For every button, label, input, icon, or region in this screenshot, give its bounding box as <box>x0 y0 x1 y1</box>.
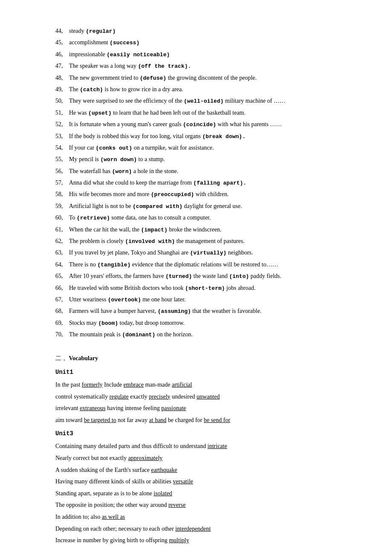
vocab-word: reverse <box>168 502 185 508</box>
vocab-word: intricate <box>208 443 227 449</box>
vocab-word: as well as <box>102 514 125 520</box>
item-number: 64, <box>55 259 69 270</box>
list-item: 69,Stocks may (boom) today, but droop to… <box>55 318 341 328</box>
numbered-list: 44,steady (regular)45,accomplishment (su… <box>55 26 341 340</box>
item-number: 44, <box>55 26 69 36</box>
vocab-word: interdependent <box>175 526 210 532</box>
vocab-line: The opposite in position; the other way … <box>55 500 341 511</box>
item-number: 53, <box>55 131 69 142</box>
item-number: 59, <box>55 201 69 211</box>
item-content: The (catch) is how to grow rice in a dry… <box>69 84 183 95</box>
item-number: 69, <box>55 318 69 328</box>
list-item: 52,It is fortunate when a young man's ca… <box>55 119 341 130</box>
item-number: 52, <box>55 119 69 130</box>
item-content: Anna did what she could to keep the marr… <box>69 177 246 188</box>
item-number: 45, <box>55 37 69 48</box>
vocab-line: A sudden shaking of the Earth's surface … <box>55 465 341 476</box>
item-content: The speaker was a long way (off the trac… <box>69 61 191 71</box>
list-item: 64,There is no (tangible) evidence that … <box>55 259 341 270</box>
item-content: My pencil is (worn down) to a stump. <box>69 154 165 165</box>
vocab-word: earthquake <box>151 467 177 473</box>
item-content: accomplishment (success) <box>69 37 139 48</box>
vocab-word: be targeted to <box>84 417 116 423</box>
item-number: 62, <box>55 236 69 246</box>
unit3-vocab-block: Containing many detailed parts and thus … <box>55 441 341 546</box>
list-item: 59,Artificial light is not to be (compar… <box>55 201 341 211</box>
vocab-word: unwanted <box>196 393 219 400</box>
vocab-word: regulate <box>110 393 129 400</box>
item-number: 65, <box>55 271 69 281</box>
section-vocabulary-header: 二， Vocabulary <box>55 353 341 364</box>
item-number: 61, <box>55 224 69 235</box>
item-number: 55, <box>55 154 69 165</box>
item-content: Stocks may (boom) today, but droop tomor… <box>69 318 184 328</box>
item-number: 70, <box>55 329 69 340</box>
item-number: 68, <box>55 306 69 316</box>
list-item: 44,steady (regular) <box>55 26 341 36</box>
item-number: 58, <box>55 189 69 199</box>
list-item: 66,He traveled with some British doctors… <box>55 283 341 293</box>
list-item: 67,Utter weariness (overtook) me one hou… <box>55 294 341 305</box>
list-item: 50,They were surprised to see the effici… <box>55 95 341 106</box>
item-content: steady (regular) <box>69 26 115 36</box>
item-number: 48, <box>55 72 69 83</box>
list-item: 70,The mountain peak is (dominant) on th… <box>55 329 341 340</box>
list-item: 68,Farmers will have a bumper harvest, (… <box>55 306 341 316</box>
vocab-line: In addition to; also as well as <box>55 512 341 523</box>
item-content: To (retrieve) some data, one has to cons… <box>69 212 210 223</box>
list-item: 54,If your car (conks out) on a turnpike… <box>55 142 341 153</box>
list-item: 56,The waterfall has (worn) a hole in th… <box>55 166 341 176</box>
vocab-line: irrelevant extraneous having intense fee… <box>55 403 341 414</box>
item-number: 50, <box>55 95 69 106</box>
item-content: After 10 years' efforts, the farmers hav… <box>69 271 281 281</box>
vocab-word: be send for <box>204 417 230 423</box>
vocab-line: aim toward be targeted to not far away a… <box>55 415 341 426</box>
list-item: 53,If the body is robbed this way for to… <box>55 131 341 142</box>
item-content: When the car hit the wall, the (impact) … <box>69 224 222 235</box>
list-item: 63,If you travel by jet plane, Tokyo and… <box>55 247 341 258</box>
item-content: There is no (tangible) evidence that the… <box>69 259 278 270</box>
list-item: 47,The speaker was a long way (off the t… <box>55 61 341 71</box>
item-content: impressionable (easily noticeable) <box>69 49 170 60</box>
vocab-line: Standing apart, separate as is to be alo… <box>55 488 341 500</box>
vocab-word: artificial <box>172 382 192 388</box>
section-title: Vocabulary <box>69 355 98 361</box>
vocab-word: embrace <box>124 382 144 388</box>
vocab-line: In the past formerly Include embrace man… <box>55 379 341 391</box>
item-content: He was (upset) to learn that he had been… <box>69 107 245 118</box>
vocab-word: versatile <box>173 478 193 485</box>
unit3-label: Unit3 <box>55 428 341 439</box>
item-number: 49, <box>55 84 69 95</box>
list-item: 48,The new government tried to (defuse) … <box>55 72 341 83</box>
item-content: The problem is closely (involved with) t… <box>69 236 245 246</box>
vocab-line: Increase in number by giving birth to of… <box>55 535 341 546</box>
item-content: They were surprised to see the efficienc… <box>69 95 285 106</box>
item-content: The new government tried to (defuse) the… <box>69 72 257 83</box>
item-number: 47, <box>55 61 69 71</box>
unit1-label: Unit1 <box>55 367 341 378</box>
list-item: 65,After 10 years' efforts, the farmers … <box>55 271 341 281</box>
list-item: 61,When the car hit the wall, the (impac… <box>55 224 341 235</box>
vocab-word: precisely <box>149 393 170 400</box>
vocab-word: isolated <box>154 490 173 497</box>
item-number: 60, <box>55 212 69 223</box>
list-item: 62,The problem is closely (involved with… <box>55 236 341 246</box>
item-content: Artificial light is not to be (compared … <box>69 201 242 211</box>
item-content: If you travel by jet plane, Tokyo and Sh… <box>69 247 253 258</box>
section-num: 二， <box>55 355 67 361</box>
vocab-line: Depending on each other; necessary to ea… <box>55 523 341 535</box>
list-item: 57,Anna did what she could to keep the m… <box>55 177 341 188</box>
list-item: 51,He was (upset) to learn that he had b… <box>55 107 341 118</box>
item-number: 57, <box>55 177 69 188</box>
list-item: 45,accomplishment (success) <box>55 37 341 48</box>
list-item: 60,To (retrieve) some data, one has to c… <box>55 212 341 223</box>
item-content: The mountain peak is (dominant) on the h… <box>69 329 193 340</box>
item-number: 56, <box>55 166 69 176</box>
vocab-word: passionate <box>161 405 186 411</box>
item-content: He traveled with some British doctors wh… <box>69 283 256 293</box>
item-content: His wife becomes more and more (preoccup… <box>69 189 229 199</box>
vocab-word: multiply <box>169 537 189 543</box>
item-number: 54, <box>55 142 69 153</box>
item-number: 67, <box>55 294 69 305</box>
item-content: If your car (conks out) on a turnpike, w… <box>69 142 214 153</box>
